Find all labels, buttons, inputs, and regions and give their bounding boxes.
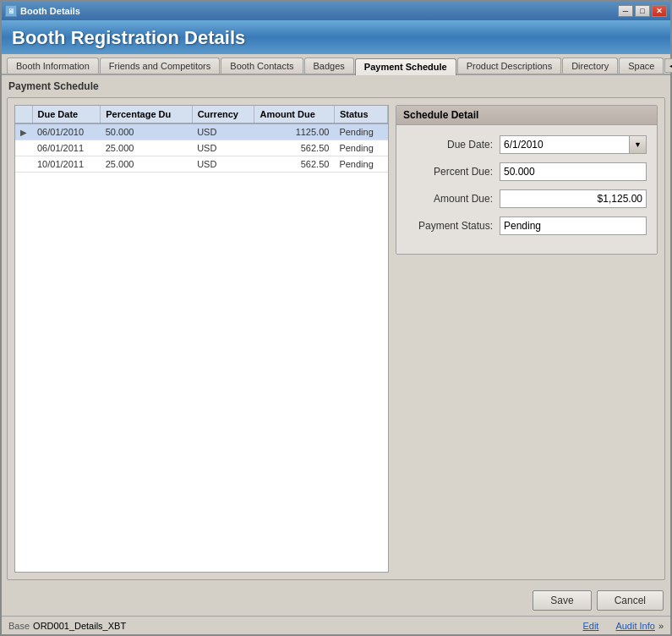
payment-status-row: Payment Status: xyxy=(407,217,647,235)
tab-booth-information[interactable]: Booth Information xyxy=(7,58,99,74)
payment-status-input[interactable] xyxy=(500,217,647,235)
due-date-value-container: ▼ xyxy=(500,135,647,154)
cell-due-date: 10/01/2011 xyxy=(32,156,101,173)
cell-percentage: 50.000 xyxy=(101,123,192,140)
percent-due-input[interactable] xyxy=(500,162,647,181)
status-end-arrow: » xyxy=(658,621,664,631)
payment-schedule-table-container: Due Date Percentage Du Currency Amount D… xyxy=(14,105,389,573)
cell-status: Pending xyxy=(334,140,387,156)
cell-due-date: 06/01/2011 xyxy=(32,140,101,156)
table-row[interactable]: 06/01/2011 25.000 USD 562.50 Pending xyxy=(15,140,388,156)
cell-percentage: 25.000 xyxy=(101,156,192,173)
col-due-date: Due Date xyxy=(32,106,101,123)
table-row[interactable]: 10/01/2011 25.000 USD 562.50 Pending xyxy=(15,156,388,173)
cell-status: Pending xyxy=(334,123,387,140)
cancel-button[interactable]: Cancel xyxy=(597,590,664,611)
edit-link[interactable]: Edit xyxy=(582,621,598,631)
main-window: 🖥 Booth Details ─ □ ✕ Booth Registration… xyxy=(0,0,672,636)
due-date-row: Due Date: ▼ xyxy=(407,135,647,154)
amount-due-input[interactable] xyxy=(500,189,647,208)
audit-info-link[interactable]: Audit Info xyxy=(615,621,654,631)
col-amount: Amount Due xyxy=(254,106,334,123)
table-row[interactable]: ▶ 06/01/2010 50.000 USD 1125.00 Pending xyxy=(15,123,388,140)
tab-booth-contacts[interactable]: Booth Contacts xyxy=(221,58,303,74)
row-indicator xyxy=(15,140,32,156)
tab-bar: Booth Information Friends and Competitor… xyxy=(2,54,670,75)
cell-currency: USD xyxy=(192,140,254,156)
tab-space[interactable]: Space xyxy=(619,58,664,74)
due-date-label: Due Date: xyxy=(407,139,500,151)
payment-status-value-container xyxy=(500,217,647,235)
minimize-button[interactable]: ─ xyxy=(618,5,633,17)
tab-badges[interactable]: Badges xyxy=(304,58,354,74)
cell-due-date: 06/01/2010 xyxy=(32,123,101,140)
title-bar-left: 🖥 Booth Details xyxy=(5,5,80,17)
amount-due-row: Amount Due: xyxy=(407,189,647,208)
section-title: Payment Schedule xyxy=(7,80,665,92)
content-area: Payment Schedule Due Date Percentage Du … xyxy=(2,75,670,585)
schedule-detail-title: Schedule Detail xyxy=(396,106,657,125)
due-date-input-group: ▼ xyxy=(500,135,647,154)
title-bar: 🖥 Booth Details ─ □ ✕ xyxy=(2,2,670,20)
amount-due-value-container xyxy=(500,189,647,208)
cell-percentage: 25.000 xyxy=(101,140,192,156)
schedule-detail-box: Schedule Detail Due Date: ▼ xyxy=(396,105,658,255)
header-area: Booth Registration Details xyxy=(2,20,670,54)
tab-payment-schedule[interactable]: Payment Schedule xyxy=(355,58,456,75)
status-bar: Base ORD001_Details_XBT Edit Audit Info … xyxy=(2,616,670,634)
page-title: Booth Registration Details xyxy=(12,27,660,49)
cell-status: Pending xyxy=(334,156,387,173)
cell-amount: 562.50 xyxy=(254,140,334,156)
cell-amount: 1125.00 xyxy=(254,123,334,140)
tab-directory[interactable]: Directory xyxy=(562,58,618,74)
cell-amount: 562.50 xyxy=(254,156,334,173)
tab-product-descriptions[interactable]: Product Descriptions xyxy=(457,58,562,74)
row-indicator xyxy=(15,156,32,173)
main-panel: Due Date Percentage Du Currency Amount D… xyxy=(7,97,665,580)
percent-due-value-container xyxy=(500,162,647,181)
window-controls: ─ □ ✕ xyxy=(618,5,667,17)
maximize-button[interactable]: □ xyxy=(635,5,650,17)
window-title: Booth Details xyxy=(20,6,80,16)
tab-friends-and-competitors[interactable]: Friends and Competitors xyxy=(100,58,220,74)
tab-scroll-left[interactable]: ◀ xyxy=(664,58,672,73)
amount-due-label: Amount Due: xyxy=(407,193,500,205)
row-indicator: ▶ xyxy=(15,123,32,140)
percent-due-label: Percent Due: xyxy=(407,166,500,178)
col-currency: Currency xyxy=(192,106,254,123)
col-indicator xyxy=(15,106,32,123)
col-percentage: Percentage Du xyxy=(101,106,192,123)
due-date-input[interactable] xyxy=(500,135,630,154)
base-label: Base xyxy=(8,621,30,631)
cell-currency: USD xyxy=(192,123,254,140)
detail-panel: Schedule Detail Due Date: ▼ xyxy=(396,105,658,573)
close-button[interactable]: ✕ xyxy=(652,5,667,17)
percent-due-row: Percent Due: xyxy=(407,162,647,181)
bottom-bar: Save Cancel xyxy=(2,585,670,616)
save-button[interactable]: Save xyxy=(533,590,591,611)
base-value: ORD001_Details_XBT xyxy=(33,621,126,631)
cell-currency: USD xyxy=(192,156,254,173)
schedule-detail-content: Due Date: ▼ Percent Due: xyxy=(396,125,657,254)
due-date-dropdown-btn[interactable]: ▼ xyxy=(630,135,647,154)
payment-status-label: Payment Status: xyxy=(407,220,500,232)
col-status: Status xyxy=(334,106,387,123)
payment-schedule-table: Due Date Percentage Du Currency Amount D… xyxy=(15,106,388,173)
app-icon: 🖥 xyxy=(5,5,17,17)
